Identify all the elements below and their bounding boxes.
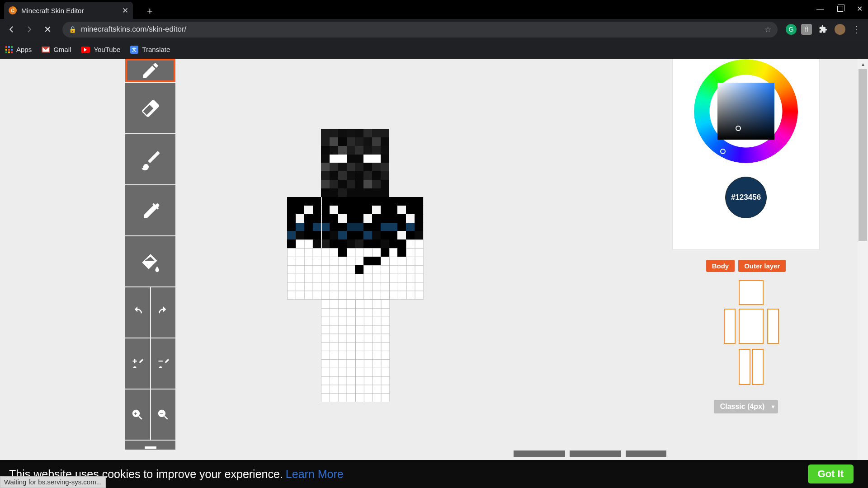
bookmark-label: YouTube [94, 46, 120, 53]
bookmark-label: Gmail [53, 46, 71, 53]
grid-body[interactable] [321, 197, 389, 300]
bookmark-gmail[interactable]: Gmail [42, 46, 71, 53]
nav-forward-button[interactable] [23, 23, 36, 36]
browser-status-bar: Waiting for bs.serving-sys.com... [0, 476, 106, 488]
part-right-arm[interactable] [767, 309, 779, 344]
browser-scrollbar[interactable]: ▴ ▾ [858, 59, 868, 488]
chevron-down-icon: ▾ [772, 404, 774, 410]
new-tab-button[interactable]: + [147, 5, 153, 17]
color-picker-panel: #123456 [672, 59, 820, 250]
window-minimize-icon[interactable]: — [816, 5, 824, 13]
bucket-tool[interactable] [125, 236, 175, 286]
nav-stop-button[interactable]: ✕ [41, 23, 54, 36]
skin-type-select[interactable]: Classic (4px) ▾ [714, 400, 778, 413]
cookie-learn-more-link[interactable]: Learn More [286, 468, 344, 481]
eyedropper-tool[interactable] [125, 185, 175, 235]
selected-color-swatch[interactable]: #123456 [725, 177, 767, 218]
layer-body-button[interactable]: Body [706, 260, 735, 272]
bookmark-apps[interactable]: Apps [5, 46, 32, 53]
part-right-leg[interactable] [752, 349, 764, 385]
part-head[interactable] [739, 280, 764, 305]
apps-grid-icon [5, 46, 13, 53]
bookmarks-bar: Apps Gmail YouTube 文 Translate [0, 40, 868, 59]
grid-leg-right[interactable] [355, 300, 390, 402]
stamp-remove-button[interactable] [151, 338, 176, 389]
skin-type-value: Classic (4px) [720, 403, 765, 410]
tool-more[interactable] [125, 441, 175, 450]
tool-sidebar [125, 59, 175, 450]
grid-arm-left[interactable] [287, 197, 322, 300]
eraser-tool[interactable] [125, 83, 175, 133]
page-content: #123456 Body Outer layer Classic (4px) ▾ [0, 59, 858, 488]
browser-tab[interactable]: Minecraft Skin Editor ✕ [4, 2, 133, 19]
right-panel: #123456 Body Outer layer Classic (4px) ▾ [672, 59, 820, 413]
brush-tool[interactable] [125, 134, 175, 184]
tab-favicon-icon [9, 6, 17, 14]
translate-icon: 文 [130, 46, 138, 54]
bookmark-translate[interactable]: 文 Translate [130, 46, 170, 54]
address-bar[interactable]: 🔒 minecraftskins.com/skin-editor/ ☆ [62, 22, 778, 38]
cookie-banner: This website uses cookies to improve you… [0, 460, 868, 488]
lock-icon: 🔒 [69, 26, 76, 33]
pencil-tool[interactable] [125, 59, 175, 82]
zoom-out-button[interactable] [151, 389, 176, 440]
window-close-icon[interactable]: ✕ [857, 5, 863, 13]
youtube-icon [81, 47, 90, 53]
scrollbar-thumb[interactable] [859, 69, 867, 241]
sv-selector-handle[interactable] [736, 126, 741, 131]
extensions-icon[interactable] [816, 23, 830, 36]
grid-head[interactable] [321, 129, 389, 197]
hue-selector-handle[interactable] [720, 149, 726, 154]
window-controls: — ✕ [816, 5, 863, 13]
layer-toggle: Body Outer layer [672, 260, 820, 272]
undo-button[interactable] [125, 287, 150, 338]
bottom-block[interactable] [626, 450, 666, 457]
stamp-add-button[interactable] [125, 338, 150, 389]
gmail-icon [42, 47, 50, 53]
window-maximize-icon[interactable] [837, 6, 843, 12]
bookmark-star-icon[interactable]: ☆ [764, 25, 771, 34]
zoom-in-button[interactable] [125, 389, 150, 440]
bottom-block[interactable] [570, 450, 621, 457]
grid-leg-left[interactable] [321, 300, 355, 402]
grid-arm-right[interactable] [389, 197, 424, 300]
saturation-value-square[interactable] [717, 83, 774, 140]
body-part-selector [714, 280, 778, 389]
extension-generic-icon[interactable]: fl [801, 24, 812, 35]
bookmark-label: Apps [16, 46, 32, 53]
profile-avatar[interactable] [835, 24, 845, 35]
address-row: ✕ 🔒 minecraftskins.com/skin-editor/ ☆ G … [0, 19, 868, 40]
part-torso[interactable] [739, 309, 764, 344]
bottom-actions-peek [514, 450, 666, 457]
scroll-up-icon[interactable]: ▴ [858, 59, 868, 69]
redo-button[interactable] [151, 287, 176, 338]
layer-outer-button[interactable]: Outer layer [738, 260, 786, 272]
browser-chrome: Minecraft Skin Editor ✕ + — ✕ ✕ 🔒 minecr… [0, 0, 868, 59]
bottom-block[interactable] [514, 450, 565, 457]
hue-wheel[interactable] [694, 59, 798, 163]
browser-menu-icon[interactable]: ⋮ [850, 23, 863, 36]
bookmark-label: Translate [142, 46, 170, 53]
cookie-accept-button[interactable]: Got It [808, 465, 854, 483]
nav-back-button[interactable] [5, 23, 18, 36]
tab-title: Minecraft Skin Editor [21, 7, 118, 14]
page-url: minecraftskins.com/skin-editor/ [81, 25, 186, 34]
part-left-leg[interactable] [739, 349, 750, 385]
part-left-arm[interactable] [724, 309, 736, 344]
extension-grammarly-icon[interactable]: G [786, 24, 797, 35]
bookmark-youtube[interactable]: YouTube [81, 46, 120, 53]
tab-bar: Minecraft Skin Editor ✕ + — ✕ [0, 0, 868, 19]
selected-color-hex: #123456 [731, 193, 761, 202]
close-tab-icon[interactable]: ✕ [122, 6, 128, 15]
